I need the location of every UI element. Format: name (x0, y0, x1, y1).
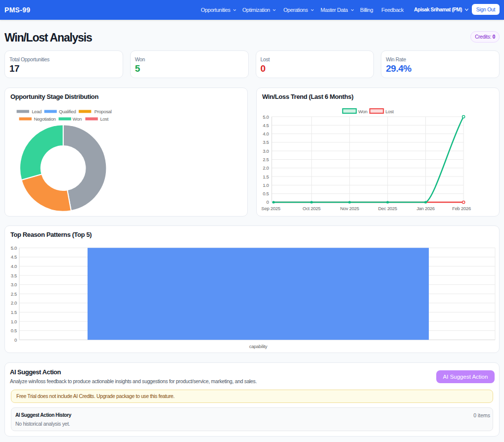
svg-text:0: 0 (14, 337, 17, 343)
svg-text:Jan 2026: Jan 2026 (416, 206, 435, 211)
svg-text:3.5: 3.5 (263, 139, 269, 145)
svg-text:4.0: 4.0 (11, 264, 17, 269)
svg-text:Won: Won (358, 109, 367, 114)
svg-text:Won: Won (73, 116, 82, 122)
svg-text:1.0: 1.0 (11, 319, 17, 324)
svg-text:0: 0 (267, 199, 269, 205)
svg-text:2.0: 2.0 (11, 300, 17, 306)
svg-text:4.5: 4.5 (263, 123, 269, 128)
svg-text:4.0: 4.0 (263, 131, 269, 136)
svg-text:Feb 2026: Feb 2026 (452, 206, 471, 211)
svg-text:2.5: 2.5 (11, 291, 17, 297)
svg-text:Lost: Lost (385, 109, 394, 114)
svg-text:0.5: 0.5 (11, 328, 17, 333)
svg-text:1.5: 1.5 (263, 174, 269, 179)
svg-text:Oct 2025: Oct 2025 (303, 206, 321, 211)
svg-text:Nov 2025: Nov 2025 (340, 206, 359, 211)
svg-text:2.5: 2.5 (263, 157, 269, 162)
svg-text:Proposal: Proposal (94, 109, 112, 114)
svg-text:Negotiation: Negotiation (34, 116, 55, 122)
svg-text:Sep 2025: Sep 2025 (261, 206, 280, 211)
svg-text:1.0: 1.0 (263, 182, 269, 188)
svg-text:0.5: 0.5 (263, 191, 269, 196)
svg-text:3.0: 3.0 (11, 282, 17, 287)
svg-text:Lead: Lead (32, 109, 42, 114)
svg-text:Qualified: Qualified (59, 109, 76, 114)
svg-text:5.0: 5.0 (263, 114, 269, 120)
svg-text:capability: capability (249, 344, 268, 349)
svg-text:3.5: 3.5 (11, 273, 17, 278)
svg-text:5.0: 5.0 (11, 245, 17, 251)
svg-text:1.5: 1.5 (11, 309, 17, 315)
svg-text:Dec 2025: Dec 2025 (378, 206, 397, 211)
svg-text:4.5: 4.5 (11, 254, 17, 260)
svg-text:3.0: 3.0 (263, 148, 269, 154)
svg-text:Lost: Lost (100, 116, 108, 122)
svg-text:2.0: 2.0 (263, 165, 269, 171)
